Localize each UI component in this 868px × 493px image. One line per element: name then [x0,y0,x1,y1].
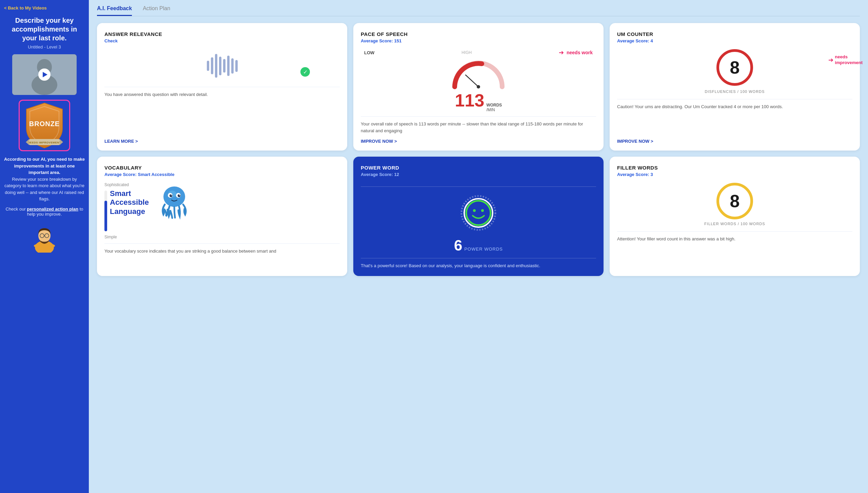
card-divider-7 [617,231,852,232]
vocab-scale-bar [104,191,107,231]
filler-title: FILLER WORDS [617,165,852,171]
filler-words-card: FILLER WORDS Average Score: 3 8 FILLER W… [610,157,860,276]
um-needs-row: ➔ needsimprovement [828,54,863,66]
pace-number-row: 113 WORDS /MIN [455,92,502,112]
pace-of-speech-card: PACE OF SPEECH Average Score: 151 LOW HI… [353,23,604,151]
pw-smiley-svg [460,194,497,232]
answer-relevance-avg: Check [104,38,340,43]
card-divider-5 [361,186,596,187]
main-content: A.I. Feedback Action Plan ANSWER RELEVAN… [89,0,868,493]
svg-marker-6 [26,139,29,145]
play-icon [43,72,47,77]
svg-marker-7 [60,139,63,145]
filler-subtitle: FILLER WORDS / 100 WORDS [617,222,852,226]
svg-point-27 [473,209,476,212]
svg-point-22 [171,195,172,196]
um-desc: Caution! Your ums are distracting. Our U… [617,103,852,134]
octopus-icon [157,182,191,220]
vocab-desc: Your vocabulary score indicates that you… [104,248,340,269]
vocab-scale: Sophisticated SmartAccessibleLanguage Si… [104,182,152,239]
filler-number: 8 [730,191,740,211]
um-arrow-icon: ➔ [828,56,833,64]
um-circle-wrap: 8 ➔ needsimprovement [617,49,852,86]
action-plan-link[interactable]: personalized action plan [27,206,78,212]
card-divider-6 [361,258,596,258]
waveform-bar-4 [219,57,221,75]
pace-number: 113 [455,92,485,109]
gauge-label-low: LOW [364,50,374,55]
vocab-title: VOCABULARY [104,165,340,171]
tab-ai-feedback[interactable]: A.I. Feedback [97,5,132,16]
card-divider-3 [617,99,852,99]
back-link[interactable]: < Back to My Videos [4,5,47,11]
svg-point-28 [481,209,484,212]
pace-desc: Your overall rate of speech is 113 words… [361,121,596,134]
answer-relevance-desc: You have answered this question with rel… [104,91,340,134]
vocabulary-card: VOCABULARY Average Score: Smart Accessib… [97,157,347,276]
sidebar-title: Describe your key accomplishments in you… [4,16,85,42]
pw-label: POWER WORDS [464,246,503,252]
card-divider-2 [361,116,596,117]
pw-smiley-wrap [361,194,596,232]
pw-desc: That's a powerful score! Based on our an… [361,262,596,269]
um-counter-card: UM COUNTER Average Score: 4 8 ➔ needsimp… [610,23,860,151]
relevance-icon: ✓ [104,49,340,83]
um-title: UM COUNTER [617,31,852,37]
vocab-avg: Average Score: Smart Accessible [104,172,340,177]
bronze-badge-container: BRONZE NEEDS IMPROVEMENT [19,100,70,151]
sidebar-subtitle: Untitled - Level 3 [28,44,61,50]
bronze-badge: BRONZE NEEDS IMPROVEMENT [22,103,66,147]
pw-title: POWER WORD [361,165,596,171]
tab-action-plan[interactable]: Action Plan [143,5,170,16]
vocab-bar-row: SmartAccessibleLanguage [104,189,149,233]
filler-avg: Average Score: 3 [617,172,852,177]
answer-relevance-action[interactable]: LEARN MORE > [104,139,340,144]
waveform-bar-1 [207,61,209,71]
um-number: 8 [730,57,740,78]
check-icon: ✓ [300,67,310,77]
avatar-svg [31,222,58,253]
waveform-bar-3 [215,54,217,78]
vocab-content: Sophisticated SmartAccessibleLanguage Si… [104,182,340,239]
pw-number: 6 [454,237,462,254]
gauge-label-high: HIGH [461,50,472,55]
pace-title: PACE OF SPEECH [361,31,596,37]
pw-count-row: 6 POWER WORDS [361,237,596,254]
vocab-scale-bot: Simple [104,235,117,239]
svg-point-23 [179,195,180,196]
svg-text:NEEDS IMPROVEMENT: NEEDS IMPROVEMENT [28,141,61,144]
tabs-bar: A.I. Feedback Action Plan [97,5,860,16]
card-divider-1 [104,87,340,87]
pace-gauge-svg [448,56,509,90]
waveform-bar-8 [235,60,238,72]
pw-avg: Average Score: 12 [361,172,596,177]
svg-point-14 [477,85,480,88]
gauge-labels: LOW HIGH ➔ needs work [361,49,596,56]
pace-gauge-section: LOW HIGH ➔ needs work [361,49,596,112]
vocab-highlight: SmartAccessibleLanguage [110,189,149,216]
um-action[interactable]: IMPROVE NOW > [617,139,852,144]
waveform-bar-2 [211,57,213,74]
play-button[interactable] [38,68,51,81]
svg-line-13 [466,75,478,87]
svg-text:BRONZE: BRONZE [29,120,60,127]
action-plan-text: Check our personalized action plan to he… [4,206,85,217]
waveform-bar-7 [231,58,234,74]
video-thumbnail[interactable] [12,54,77,95]
badge-svg: BRONZE NEEDS IMPROVEMENT [22,102,66,149]
answer-relevance-title: ANSWER RELEVANCE [104,31,340,37]
um-subtitle: DISFLUENCIES / 100 WORDS [617,90,852,94]
arrow-right-icon: ➔ [559,49,564,56]
avatar [31,222,58,253]
filler-desc: Attention! Your filler word count in thi… [617,236,852,269]
cards-grid: ANSWER RELEVANCE Check ✓ You have answer… [97,23,860,276]
svg-point-25 [464,199,493,227]
needs-work-label: needs work [567,50,593,55]
answer-relevance-card: ANSWER RELEVANCE Check ✓ You have answer… [97,23,347,151]
pace-avg: Average Score: 151 [361,38,596,43]
um-needs-label: needsimprovement [835,54,863,66]
filler-circle-wrap: 8 [617,182,852,220]
pace-action[interactable]: IMPROVE NOW > [361,139,596,144]
desc-bold: According to our AI, you need to make im… [4,157,85,175]
power-word-card: POWER WORD Average Score: 12 6 [353,157,604,276]
